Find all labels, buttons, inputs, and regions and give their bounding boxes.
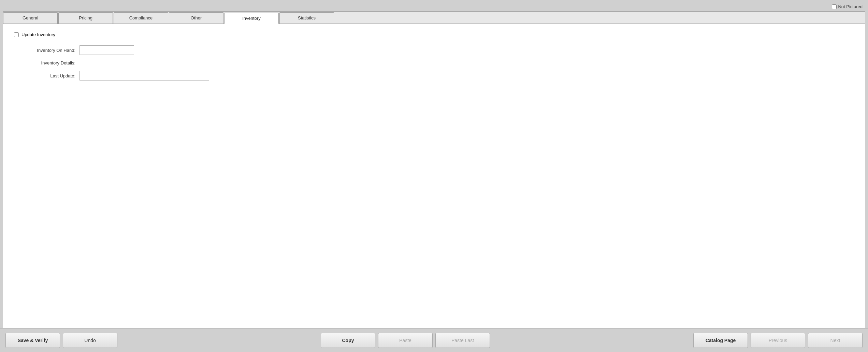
paste-button[interactable]: Paste — [378, 333, 433, 348]
inventory-details-row: Inventory Details: — [14, 60, 854, 65]
inventory-tab-content: Update Inventory Inventory On Hand: Inve… — [3, 24, 865, 328]
inventory-on-hand-label: Inventory On Hand: — [14, 48, 75, 53]
undo-button[interactable]: Undo — [63, 333, 117, 348]
tab-compliance[interactable]: Compliance — [114, 12, 168, 24]
inventory-on-hand-row: Inventory On Hand: — [14, 45, 854, 55]
tab-bar: General Pricing Compliance Other Invento… — [3, 12, 865, 24]
previous-button[interactable]: Previous — [751, 333, 805, 348]
not-pictured-container: Not Pictured — [832, 4, 863, 9]
update-inventory-row: Update Inventory — [14, 32, 854, 37]
right-button-group: Catalog Page Previous Next — [693, 333, 863, 348]
copy-button[interactable]: Copy — [321, 333, 375, 348]
paste-last-button[interactable]: Paste Last — [435, 333, 490, 348]
next-button[interactable]: Next — [808, 333, 863, 348]
update-inventory-label: Update Inventory — [21, 32, 55, 37]
tab-pricing[interactable]: Pricing — [58, 12, 113, 24]
tab-panel: General Pricing Compliance Other Invento… — [3, 11, 865, 328]
bottom-bar: Save & Verify Undo Copy Paste Paste Last… — [0, 328, 868, 352]
inventory-on-hand-input[interactable] — [79, 45, 134, 55]
catalog-page-button[interactable]: Catalog Page — [693, 333, 748, 348]
update-inventory-checkbox[interactable] — [14, 32, 19, 37]
not-pictured-checkbox[interactable] — [832, 4, 837, 9]
tab-other[interactable]: Other — [169, 12, 223, 24]
inventory-form: Update Inventory Inventory On Hand: Inve… — [14, 32, 854, 80]
tab-statistics[interactable]: Statistics — [279, 12, 334, 24]
not-pictured-label: Not Pictured — [838, 4, 863, 9]
center-button-group: Copy Paste Paste Last — [321, 333, 490, 348]
inventory-details-label: Inventory Details: — [14, 60, 75, 65]
last-update-row: Last Update: — [14, 71, 854, 80]
last-update-label: Last Update: — [14, 73, 75, 78]
last-update-input[interactable] — [79, 71, 209, 80]
save-verify-button[interactable]: Save & Verify — [5, 333, 60, 348]
left-button-group: Save & Verify Undo — [5, 333, 117, 348]
tab-general[interactable]: General — [3, 12, 58, 24]
tab-inventory[interactable]: Inventory — [224, 13, 279, 24]
